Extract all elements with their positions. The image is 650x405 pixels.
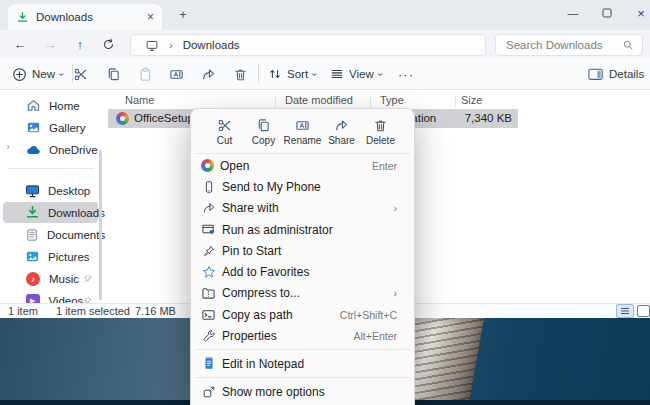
wrench-icon	[201, 328, 216, 343]
menu-item-label: Show more options	[222, 385, 325, 399]
new-button[interactable]: New ›	[12, 62, 63, 86]
cut-button[interactable]	[68, 63, 92, 85]
share-action-label: Share	[328, 135, 355, 146]
command-toolbar	[0, 58, 650, 90]
menu-item-label: Run as administrator	[222, 223, 333, 237]
pin-icon	[83, 274, 92, 283]
share-action-button[interactable]: Share	[322, 113, 361, 151]
star-icon	[201, 264, 216, 279]
menu-item-label: Properties	[222, 329, 277, 343]
menu-item-edit-in-notepad[interactable]: Edit in Notepad	[196, 353, 409, 374]
admin-shield-icon	[201, 222, 216, 237]
submenu-chevron-icon: ›	[394, 287, 398, 299]
close-button[interactable]: ×	[624, 0, 650, 26]
selection-size: 7.16 MB	[135, 305, 176, 317]
column-divider[interactable]	[275, 96, 276, 108]
menu-item-label: Open	[220, 159, 249, 173]
copy-action-button[interactable]: Copy	[244, 113, 283, 151]
menu-divider	[195, 377, 410, 378]
details-view-toggle[interactable]	[616, 304, 634, 318]
paste-button[interactable]	[133, 63, 157, 85]
sort-button[interactable]: Sort ›	[268, 62, 316, 86]
thumbnail-view-toggle[interactable]	[637, 305, 650, 317]
menu-item-label: Edit in Notepad	[222, 357, 304, 371]
address-bar[interactable]: › Downloads	[130, 34, 486, 56]
menu-item-open[interactable]: Open Enter	[196, 155, 409, 176]
cut-action-button[interactable]: Cut	[205, 113, 244, 151]
rename-action-label: Rename	[284, 135, 322, 146]
menu-item-pin-to-start[interactable]: Pin to Start	[196, 240, 409, 261]
menu-item-copy-as-path[interactable]: Copy as path Ctrl+Shift+C	[196, 304, 409, 325]
maximize-button[interactable]	[590, 0, 624, 26]
minimize-button[interactable]: —	[556, 0, 590, 26]
cut-icon	[73, 67, 88, 82]
menu-item-share-with[interactable]: Share with ›	[196, 197, 409, 218]
sidebar-item-gallery[interactable]: Gallery	[3, 117, 98, 138]
menu-item-properties[interactable]: Properties Alt+Enter	[196, 325, 409, 346]
copy-button[interactable]	[101, 63, 125, 85]
refresh-button[interactable]	[96, 33, 120, 55]
share-icon	[201, 200, 216, 215]
pin-icon	[201, 243, 216, 258]
console-path-icon	[201, 307, 216, 322]
sidebar-item-downloads[interactable]: Downloads	[3, 202, 98, 223]
item-count: 1 item	[8, 305, 38, 317]
sidebar-item-music[interactable]: ♪ Music	[3, 268, 98, 289]
menu-item-label: Pin to Start	[222, 244, 281, 258]
share-button[interactable]	[196, 63, 220, 85]
sidebar-scrollbar[interactable]	[99, 150, 102, 300]
copy-action-label: Copy	[252, 135, 275, 146]
column-divider[interactable]	[370, 96, 371, 108]
details-pane-label: Details	[609, 68, 644, 80]
tab-downloads[interactable]: Downloads ×	[8, 4, 162, 30]
search-box[interactable]: Search Downloads	[495, 34, 643, 56]
column-divider[interactable]	[455, 96, 456, 108]
new-plus-icon	[12, 67, 27, 82]
view-button[interactable]: View ›	[330, 62, 382, 86]
menu-item-send-to-my-phone[interactable]: Send to My Phone	[196, 176, 409, 197]
rename-button[interactable]	[165, 63, 189, 85]
breadcrumb-chevron-icon: ›	[169, 39, 173, 51]
menu-divider	[195, 349, 410, 350]
rename-action-button[interactable]: Rename	[283, 113, 322, 151]
column-header-name[interactable]: Name	[125, 94, 154, 106]
sidebar-item-pictures[interactable]: Pictures	[3, 246, 98, 267]
new-button-label: New	[32, 68, 55, 80]
chevron-down-icon: ›	[309, 72, 320, 75]
back-button[interactable]: ←	[8, 33, 32, 55]
notepad-icon	[201, 356, 216, 371]
cut-action-label: Cut	[217, 135, 233, 146]
delete-action-button[interactable]: Delete	[361, 113, 400, 151]
sidebar-item-desktop[interactable]: Desktop	[3, 180, 98, 201]
share-icon	[334, 118, 349, 133]
more-options-button[interactable]: ···	[398, 62, 414, 86]
maximize-icon	[602, 8, 612, 18]
column-header-type[interactable]: Type	[380, 94, 404, 106]
sidebar-item-home[interactable]: Home	[3, 95, 98, 116]
menu-item-add-to-favorites[interactable]: Add to Favorites	[196, 261, 409, 282]
search-placeholder: Search Downloads	[506, 39, 603, 51]
column-header-size[interactable]: Size	[461, 94, 482, 106]
tab-close-icon[interactable]: ×	[147, 10, 154, 24]
menu-item-compress-to[interactable]: Compress to... ›	[196, 282, 409, 303]
tab-title: Downloads	[36, 11, 147, 23]
sidebar-item-label: Downloads	[48, 207, 105, 219]
menu-item-run-as-administrator[interactable]: Run as administrator	[196, 219, 409, 240]
forward-button[interactable]: →	[38, 33, 62, 55]
up-button[interactable]: ↑	[68, 33, 92, 55]
gallery-icon	[25, 120, 41, 136]
menu-shortcut: Enter	[372, 160, 397, 172]
details-pane-button[interactable]: Details	[588, 62, 644, 86]
sidebar-item-onedrive[interactable]: OneDrive	[3, 139, 98, 160]
sidebar-item-documents[interactable]: Documents	[3, 224, 98, 245]
view-button-label: View	[349, 68, 374, 80]
music-icon: ♪	[25, 271, 41, 287]
column-header-date-modified[interactable]: Date modified	[285, 94, 353, 106]
selection-count: 1 item selected	[56, 305, 130, 317]
menu-item-show-more-options[interactable]: Show more options	[196, 381, 409, 402]
new-tab-button[interactable]: +	[174, 6, 192, 24]
breadcrumb[interactable]: Downloads	[183, 39, 240, 51]
rename-icon	[295, 118, 311, 133]
sidebar-item-label: Gallery	[49, 122, 98, 134]
delete-button[interactable]	[228, 63, 252, 85]
